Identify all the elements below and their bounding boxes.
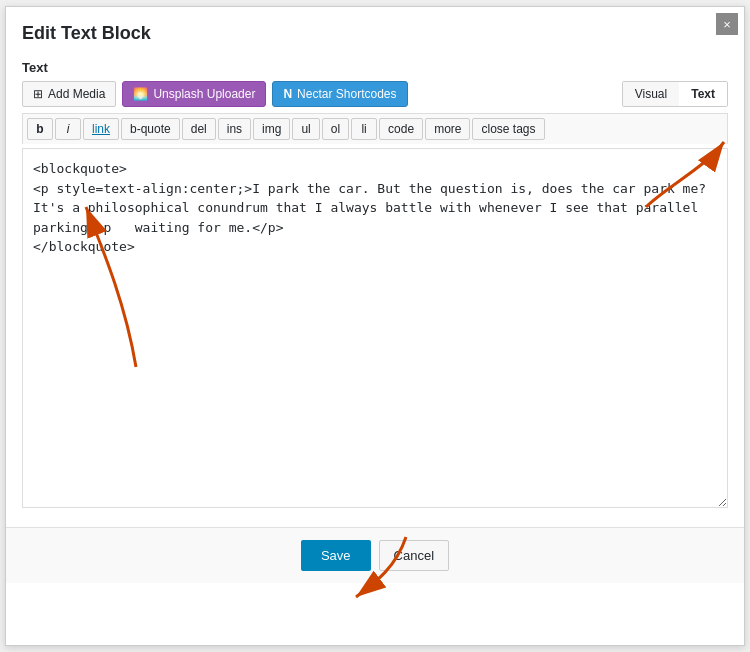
add-media-icon: ⊞ — [33, 87, 43, 101]
nectar-label: Nectar Shortcodes — [297, 87, 396, 101]
modal-overlay: × Edit Text Block Text ⊞ Add Media 🌅 Uns… — [0, 0, 750, 652]
toolbar-row: ⊞ Add Media 🌅 Unsplash Uploader N Nectar… — [22, 81, 728, 107]
format-ol-button[interactable]: ol — [322, 118, 349, 140]
format-bquote-button[interactable]: b-quote — [121, 118, 180, 140]
format-del-button[interactable]: del — [182, 118, 216, 140]
format-ins-button[interactable]: ins — [218, 118, 251, 140]
nectar-icon: N — [283, 87, 292, 101]
format-italic-button[interactable]: i — [55, 118, 81, 140]
format-ul-button[interactable]: ul — [292, 118, 319, 140]
unsplash-label: Unsplash Uploader — [153, 87, 255, 101]
add-media-label: Add Media — [48, 87, 105, 101]
text-editor[interactable]: <blockquote> <p style=text-align:center;… — [22, 148, 728, 508]
modal-title: Edit Text Block — [22, 23, 728, 44]
modal: × Edit Text Block Text ⊞ Add Media 🌅 Uns… — [5, 6, 745, 646]
format-code-button[interactable]: code — [379, 118, 423, 140]
tab-visual[interactable]: Visual — [623, 82, 679, 106]
format-toolbar: b i link b-quote del ins img ul ol li co… — [22, 113, 728, 144]
format-more-button[interactable]: more — [425, 118, 470, 140]
format-img-button[interactable]: img — [253, 118, 290, 140]
format-bold-button[interactable]: b — [27, 118, 53, 140]
modal-footer: Save Cancel — [6, 527, 744, 583]
tab-text[interactable]: Text — [679, 82, 727, 106]
view-tabs: Visual Text — [622, 81, 728, 107]
modal-body: Edit Text Block Text ⊞ Add Media 🌅 Unspl… — [6, 7, 744, 527]
cancel-button[interactable]: Cancel — [379, 540, 449, 571]
section-label: Text — [22, 60, 728, 75]
nectar-shortcodes-button[interactable]: N Nectar Shortcodes — [272, 81, 407, 107]
format-link-button[interactable]: link — [83, 118, 119, 140]
modal-close-button[interactable]: × — [716, 13, 738, 35]
add-media-button[interactable]: ⊞ Add Media — [22, 81, 116, 107]
save-button[interactable]: Save — [301, 540, 371, 571]
format-li-button[interactable]: li — [351, 118, 377, 140]
unsplash-uploader-button[interactable]: 🌅 Unsplash Uploader — [122, 81, 266, 107]
unsplash-icon: 🌅 — [133, 87, 148, 101]
format-close-tags-button[interactable]: close tags — [472, 118, 544, 140]
